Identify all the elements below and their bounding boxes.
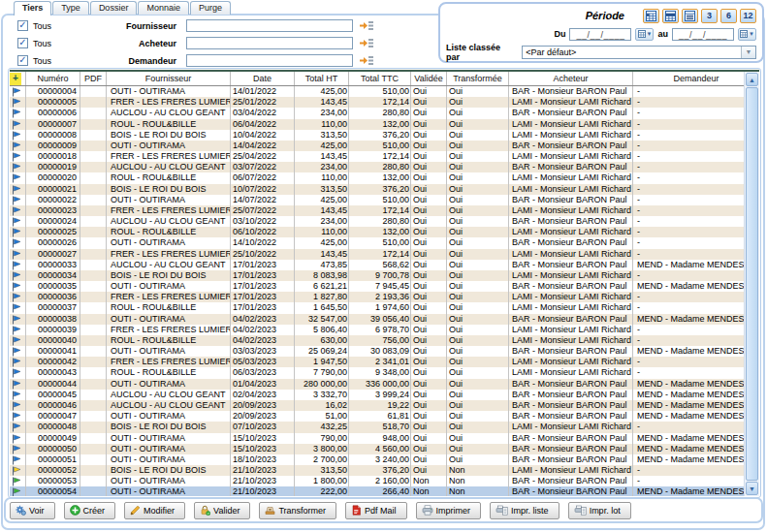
modifier-button[interactable]: Modifier [124,502,185,519]
table-row[interactable]: 00000047OUTI - OUTIRAMA20/09/202351,0061… [10,411,744,422]
table-row[interactable]: 00000039FRER - LES FRERES LUMIERES04/02/… [10,325,744,335]
table-row[interactable]: 00000021BOIS - LE ROI DU BOIS10/07/20223… [10,184,744,195]
transformer-button[interactable]: Transformer [259,502,336,519]
pick-fournisseur-icon[interactable] [360,20,373,31]
table-row[interactable]: 00000036FRER - LES FRERES LUMIERES17/01/… [10,292,744,302]
demandeur-input[interactable] [186,54,353,67]
table-row[interactable]: 00000045AUCLOU - AU CLOU GEANT02/04/2023… [10,390,744,400]
column-header-acheteur[interactable]: Acheteur [509,72,633,85]
table-row[interactable]: 00000050OUTI - OUTIRAMA15/10/20233 800,0… [10,444,744,454]
column-header-numero[interactable]: Numéro [26,72,80,85]
cell-pdf [80,302,107,313]
table-row[interactable]: 00000051OUTI - OUTIRAMA18/10/20232 700,0… [10,454,744,465]
row-flag-icon [10,141,26,151]
cell-transformee: Oui [447,454,509,465]
tab-type[interactable]: Type [52,1,89,15]
table-row[interactable]: 00000008BOIS - LE ROI DU BOIS10/04/20223… [10,130,744,141]
table-row[interactable]: 00000005FRER - LES FRERES LUMIERES25/01/… [10,97,744,108]
table-row[interactable]: 00000040ROUL - ROUL&BILLE04/02/2023630,0… [10,335,744,346]
valider-button[interactable]: Valider [194,502,250,519]
sort-dropdown[interactable]: <Par défaut> ▼ [522,46,756,59]
cell-total-ttc: 172,14 [349,97,411,108]
periode-12-months-button[interactable]: 12 [740,9,756,23]
table-row[interactable]: 00000006AUCLOU - AU CLOU GEANT03/04/2022… [10,108,744,118]
impr-lot-button[interactable]: Impr. lot [568,502,631,519]
tab-tiers[interactable]: Tiers [14,1,51,16]
table-row[interactable]: 00000018FRER - LES FRERES LUMIERES25/04/… [10,151,744,162]
table-row[interactable]: 00000023FRER - LES FRERES LUMIERES25/07/… [10,205,744,216]
table-row[interactable]: 00000026OUTI - OUTIRAMA14/10/2022425,005… [10,237,744,248]
table-row[interactable]: 00000053OUTI - OUTIRAMA21/10/20231 800,0… [10,476,744,486]
column-header-pdf[interactable]: PDF [80,72,107,85]
scrollbar-thumb[interactable] [746,87,758,481]
tab-monnaie[interactable]: Monnaie [138,1,189,15]
pick-acheteur-icon[interactable] [360,38,373,48]
vertical-scrollbar[interactable]: ▲ ▼ [744,72,759,496]
table-row[interactable]: 00000043ROUL - ROUL&BILLE06/03/20237 790… [10,367,744,378]
impr-liste-button[interactable]: Impr. liste [490,502,559,519]
column-header-total-ht[interactable]: Total HT [295,72,349,85]
scroll-down-icon[interactable]: ▼ [746,482,758,495]
cell-total-ht: 234,00 [295,108,349,118]
date-from-calendar-icon[interactable]: ▼ [635,28,654,41]
table-row[interactable]: 00000007ROUL - ROUL&BILLE06/04/2022110,0… [10,119,744,130]
cell-validee: Oui [411,237,447,248]
table-row[interactable]: 00000037ROUL - ROUL&BILLE17/01/20231 645… [10,302,744,313]
column-header-validee[interactable]: Validée [411,72,447,85]
customize-columns-button[interactable]: + [10,72,26,85]
tous-fournisseur-checkbox[interactable]: ✓ [17,20,28,31]
cell-date: 15/10/2023 [231,444,295,454]
periode-3-months-button[interactable]: 3 [701,9,718,23]
acheteur-input[interactable] [186,37,353,49]
cell-numero: 00000046 [26,400,80,411]
table-row[interactable]: 00000038OUTI - OUTIRAMA04/02/202332 547,… [10,314,744,325]
column-header-transformee[interactable]: Transformée [447,72,509,85]
tous-acheteur-checkbox[interactable]: ✓ [17,38,28,48]
table-row[interactable]: 00000024AUCLOU - AU CLOU GEANT03/10/2022… [10,216,744,227]
cell-numero: 00000049 [26,433,80,444]
table-row[interactable]: 00000033AUCLOU - AU CLOU GEANT17/01/2023… [10,260,744,270]
table-row[interactable]: 00000049OUTI - OUTIRAMA15/10/2023790,009… [10,433,744,444]
table-row[interactable]: 00000035OUTI - OUTIRAMA17/01/20236 621,2… [10,281,744,292]
column-header-date[interactable]: Date [231,72,295,85]
date-to-calendar-icon[interactable]: ▼ [738,28,756,41]
table-row[interactable]: 00000041OUTI - OUTIRAMA03/03/202325 069,… [10,346,744,357]
table-row[interactable]: 00000019AUCLOU - AU CLOU GEANT03/07/2022… [10,162,744,172]
table-row[interactable]: 00000042FRER - LES FRERES LUMIERES05/03/… [10,357,744,367]
pick-demandeur-icon[interactable] [360,55,373,66]
column-header-total-ttc[interactable]: Total TTC [349,72,411,85]
table-row[interactable]: 00000025ROUL - ROUL&BILLE06/10/2022110,0… [10,227,744,237]
periode-6-months-button[interactable]: 6 [720,9,737,23]
pdf-mail-button[interactable]: Pdf Mail [345,502,407,519]
table-row[interactable]: 00000046AUCLOU - AU CLOU GEANT20/09/2023… [10,400,744,411]
column-header-demandeur[interactable]: Demandeur [633,72,759,85]
table-row[interactable]: 00000034BOIS - LE ROI DU BOIS17/01/20238… [10,270,744,281]
date-from-input[interactable]: __/__/____ [569,28,631,41]
calendar-week-icon[interactable] [662,9,679,23]
date-to-input[interactable]: __/__/____ [672,28,734,41]
table-row[interactable]: 00000020ROUL - ROUL&BILLE06/07/2022110,0… [10,172,744,183]
table-row[interactable]: 00000044OUTI - OUTIRAMA01/04/2023280 000… [10,379,744,390]
table-row[interactable]: 00000009OUTI - OUTIRAMA14/04/2022425,005… [10,141,744,151]
table-row[interactable]: 00000027FRER - LES FRERES LUMIERES25/10/… [10,249,744,260]
scroll-up-icon[interactable]: ▲ [746,73,758,86]
tab-dossier[interactable]: Dossier [90,1,138,15]
table-row[interactable]: 00000048BOIS - LE ROI DU BOIS07/10/20234… [10,422,744,432]
tous-demandeur-checkbox[interactable]: ✓ [17,55,28,66]
cell-demandeur: - [633,249,744,260]
calendar-month-icon[interactable] [643,9,659,23]
voir-button[interactable]: Voir [10,502,55,519]
creer-button[interactable]: Créer [64,502,116,519]
table-row[interactable]: 00000052BOIS - LE ROI DU BOIS21/10/20233… [10,465,744,476]
column-header-fournisseur[interactable]: Fournisseur [107,72,231,85]
tab-purge[interactable]: Purge [190,1,231,15]
table-row[interactable]: 00000022OUTI - OUTIRAMA14/07/2022425,005… [10,195,744,205]
cell-pdf [80,227,107,237]
calendar-list-icon[interactable] [682,9,698,23]
chevron-down-icon[interactable]: ▼ [741,47,755,58]
table-row[interactable]: 00000054OUTI - OUTIRAMA21/10/2023222,002… [10,486,744,496]
imprimer-button[interactable]: Imprimer [416,502,482,519]
fournisseur-input[interactable] [186,19,353,32]
cell-total-ttc: 9 348,00 [349,367,411,378]
table-row[interactable]: 00000004OUTI - OUTIRAMA14/01/2022425,005… [10,86,744,97]
